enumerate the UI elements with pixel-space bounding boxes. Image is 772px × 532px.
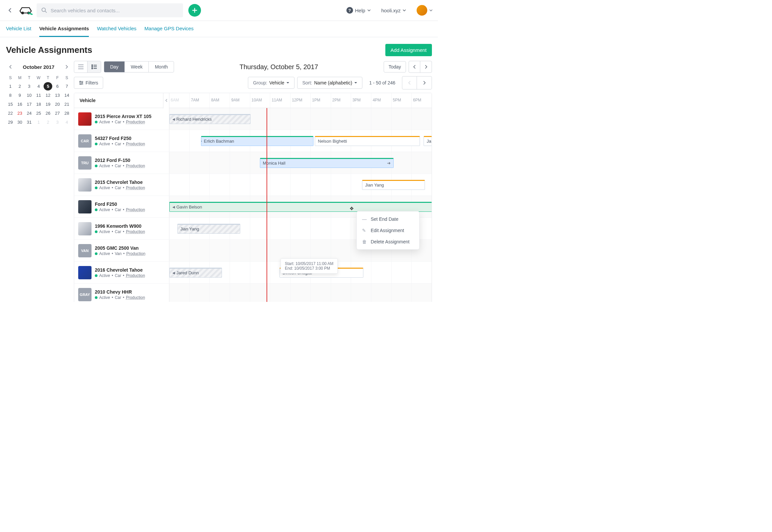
calendar-day[interactable]: 13 <box>53 91 62 99</box>
assignment-block[interactable]: ◀Richard Hendricks <box>169 114 251 124</box>
period-day[interactable]: Day <box>104 62 125 72</box>
page-prev[interactable] <box>402 76 417 89</box>
timeline-cells[interactable]: Monica Hall➜ <box>169 152 432 174</box>
app-logo[interactable] <box>19 5 33 16</box>
calendar-day[interactable]: 17 <box>25 100 34 108</box>
org-selector[interactable]: hooli.xyz <box>378 8 409 13</box>
status-dot <box>95 143 97 145</box>
collapse-sidebar-button[interactable] <box>163 93 169 108</box>
page-next[interactable] <box>417 76 432 89</box>
date-prev[interactable] <box>409 61 420 72</box>
calendar-day[interactable]: 12 <box>44 91 52 99</box>
assignment-block[interactable]: ◀Jared Dunn <box>169 268 222 278</box>
calendar-day[interactable]: 25 <box>34 109 43 117</box>
calendar-day[interactable]: 18 <box>34 100 43 108</box>
calendar-day[interactable]: 5 <box>44 82 52 90</box>
help-button[interactable]: ? Help <box>343 7 374 14</box>
context-delete-assignment[interactable]: 🗑 Delete Assignment <box>357 236 419 247</box>
assignment-block[interactable]: ✥Erlich Bachman <box>201 136 314 146</box>
calendar-day[interactable]: 8 <box>6 91 15 99</box>
calendar-prev[interactable] <box>7 63 15 71</box>
calendar-day[interactable]: 30 <box>15 118 24 126</box>
calendar-day[interactable]: 23 <box>15 109 24 117</box>
view-list-button[interactable] <box>74 61 87 72</box>
sort-selector[interactable]: Sort: Name (alphabetic) <box>297 77 362 89</box>
add-assignment-button[interactable]: Add Assignment <box>385 44 432 56</box>
view-timeline-button[interactable] <box>87 61 101 72</box>
timeline-cells[interactable]: Jian Yang <box>169 174 432 196</box>
tab-manage-gps[interactable]: Manage GPS Devices <box>144 21 194 37</box>
period-week[interactable]: Week <box>125 62 149 72</box>
vehicle-meta: Active • Car • Production <box>95 120 151 124</box>
assignment-block[interactable]: Jare <box>424 136 432 146</box>
page-nav <box>402 76 432 89</box>
tab-watched-vehicles[interactable]: Watched Vehicles <box>97 21 136 37</box>
calendar-day[interactable]: 7 <box>63 82 71 90</box>
assignment-block[interactable]: ◀Gavin Belson <box>169 202 432 212</box>
date-next[interactable] <box>420 61 432 72</box>
vehicle-cell[interactable]: TRU2012 Ford F-150Active • Car • Product… <box>74 152 169 174</box>
calendar-day[interactable]: 21 <box>63 100 71 108</box>
caret-down-icon <box>286 82 290 84</box>
group-selector[interactable]: Group: Vehicle <box>248 77 295 89</box>
calendar-day[interactable]: 14 <box>63 91 71 99</box>
user-menu[interactable] <box>413 5 433 16</box>
vehicle-cell[interactable]: 2016 Chevrolet TahoeActive • Car • Produ… <box>74 262 169 283</box>
today-button[interactable]: Today <box>384 61 406 72</box>
calendar-dow: S <box>6 74 15 81</box>
calendar-day[interactable]: 16 <box>15 100 24 108</box>
calendar-day[interactable]: 4 <box>63 118 71 126</box>
timeline: Vehicle 6AM7AM8AM9AM10AM11AM12PM1PM2PM3P… <box>74 93 432 302</box>
vehicle-cell[interactable]: GRAY2010 Chevy HHRActive • Car • Product… <box>74 284 169 302</box>
calendar-day[interactable]: 19 <box>44 100 52 108</box>
calendar-day[interactable]: 2 <box>15 82 24 90</box>
vehicle-name: 1996 Kenworth W900 <box>95 223 145 229</box>
calendar-day[interactable]: 28 <box>63 109 71 117</box>
tab-vehicle-list[interactable]: Vehicle List <box>6 21 31 37</box>
calendar-day[interactable]: 4 <box>34 82 43 90</box>
calendar-day[interactable]: 26 <box>44 109 52 117</box>
assignment-block[interactable]: Nelson Bighetti <box>315 136 420 146</box>
calendar-day[interactable]: 29 <box>6 118 15 126</box>
timeline-cells[interactable] <box>169 284 432 302</box>
timeline-row: TRU2012 Ford F-150Active • Car • Product… <box>74 152 432 174</box>
vehicle-cell[interactable]: Ford F250Active • Car • Production <box>74 196 169 217</box>
calendar-day[interactable]: 1 <box>6 82 15 90</box>
calendar-day[interactable]: 2 <box>44 118 52 126</box>
vehicle-cell[interactable]: 2015 Chevrolet TahoeActive • Car • Produ… <box>74 174 169 196</box>
assignment-block[interactable]: Jian Yang <box>177 224 240 234</box>
vehicle-cell[interactable]: 2015 Pierce Arrow XT 105Active • Car • P… <box>74 108 169 130</box>
calendar-day[interactable]: 11 <box>34 91 43 99</box>
calendar-day[interactable]: 1 <box>34 118 43 126</box>
assignment-block[interactable]: Monica Hall➜ <box>260 158 394 168</box>
calendar-day[interactable]: 3 <box>25 82 34 90</box>
period-month[interactable]: Month <box>149 62 174 72</box>
calendar-day[interactable]: 10 <box>25 91 34 99</box>
calendar-day[interactable]: 22 <box>6 109 15 117</box>
calendar-day[interactable]: 24 <box>25 109 34 117</box>
chevron-down-icon <box>429 9 433 11</box>
search-input[interactable] <box>51 8 178 13</box>
context-edit-assignment[interactable]: ✎ Edit Assignment <box>357 225 419 236</box>
calendar-next[interactable] <box>63 63 70 71</box>
calendar-day[interactable]: 9 <box>15 91 24 99</box>
calendar-day[interactable]: 3 <box>53 118 62 126</box>
add-button[interactable] <box>188 4 201 17</box>
tab-vehicle-assignments[interactable]: Vehicle Assignments <box>39 21 89 37</box>
vehicle-cell[interactable]: 1996 Kenworth W900Active • Car • Product… <box>74 218 169 239</box>
back-button[interactable] <box>5 6 15 15</box>
assignment-block[interactable]: Jian Yang <box>362 180 425 190</box>
calendar-day[interactable]: 27 <box>53 109 62 117</box>
vehicle-cell[interactable]: VAN2005 GMC 2500 VanActive • Van • Produ… <box>74 240 169 261</box>
search-box[interactable] <box>37 3 183 17</box>
calendar-day[interactable]: 31 <box>25 118 34 126</box>
filters-button[interactable]: Filters <box>74 77 103 89</box>
context-set-end-date[interactable]: — Set End Date <box>357 213 419 225</box>
calendar-day[interactable]: 6 <box>53 82 62 90</box>
timeline-cells[interactable]: ◀Richard Hendricks <box>169 108 432 130</box>
vehicle-cell[interactable]: CAR54327 Ford F250Active • Car • Product… <box>74 130 169 152</box>
calendar-day[interactable]: 20 <box>53 100 62 108</box>
timeline-cells[interactable]: ✥Erlich BachmanNelson BighettiJare <box>169 130 432 152</box>
calendar-day[interactable]: 15 <box>6 100 15 108</box>
vehicle-name: 2015 Pierce Arrow XT 105 <box>95 114 151 119</box>
